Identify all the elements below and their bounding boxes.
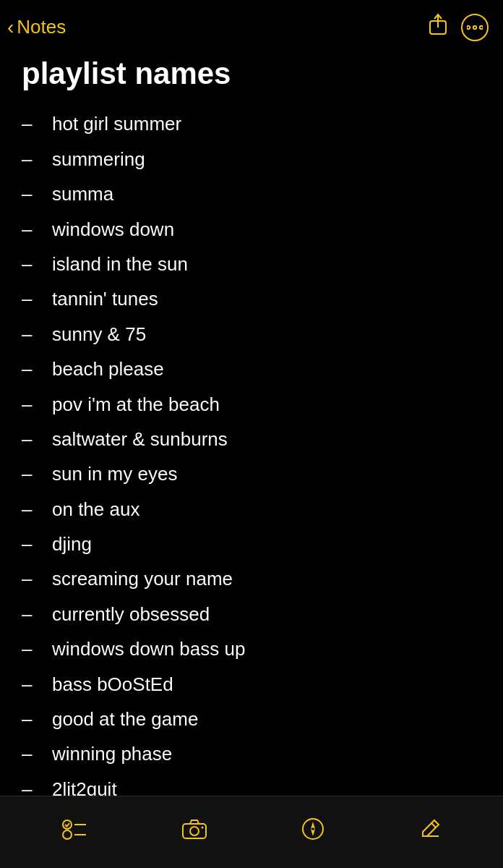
list-item-text: good at the game — [52, 706, 481, 732]
list-item-text: windows down bass up — [52, 636, 481, 662]
list-item-text: summering — [52, 146, 481, 172]
list-item-dash: – — [22, 426, 39, 452]
list-item-dash: – — [22, 216, 39, 242]
list-item-text: summa — [52, 181, 481, 207]
svg-marker-13 — [311, 822, 315, 829]
checklist-icon[interactable] — [61, 817, 87, 841]
list-item-text: on the aux — [52, 496, 481, 522]
list-item-dash: – — [22, 251, 39, 277]
list-item-dash: – — [22, 391, 39, 417]
list-item-text: beach please — [52, 356, 481, 382]
more-options-icon[interactable] — [461, 14, 489, 41]
svg-line-15 — [431, 823, 436, 827]
list-item: –hot girl summer — [22, 106, 481, 141]
list-item: –good at the game — [22, 702, 481, 736]
list-item-dash: – — [22, 671, 39, 697]
list-item-text: winning phase — [52, 741, 481, 767]
list-item-text: windows down — [52, 216, 481, 242]
list-item-text: bass bOoStEd — [52, 671, 481, 697]
list-item-dash: – — [22, 531, 39, 557]
list-item: –sun in my eyes — [22, 456, 481, 491]
list-item-text: screaming your name — [52, 566, 481, 592]
bottom-toolbar — [0, 796, 503, 868]
list-item-dash: – — [22, 356, 39, 382]
svg-point-10 — [190, 827, 199, 835]
list-item-dash: – — [22, 286, 39, 312]
list-item: –summering — [22, 142, 481, 176]
svg-point-4 — [480, 25, 483, 28]
list-item-text: hot girl summer — [52, 111, 481, 137]
compass-icon[interactable] — [301, 817, 324, 841]
list-item: –summa — [22, 176, 481, 211]
list-item: –on the aux — [22, 492, 481, 527]
playlist-list: –hot girl summer–summering–summa–windows… — [22, 106, 481, 841]
list-item-text: tannin' tunes — [52, 286, 481, 312]
list-item: –windows down — [22, 212, 481, 247]
list-item-dash: – — [22, 566, 39, 592]
list-item-text: currently obsessed — [52, 601, 481, 627]
list-item: –windows down bass up — [22, 631, 481, 666]
svg-point-7 — [63, 830, 72, 839]
list-item-dash: – — [22, 636, 39, 662]
header-left: ‹ Notes — [7, 16, 66, 38]
list-item: –bass bOoStEd — [22, 667, 481, 702]
page-title: playlist names — [22, 56, 481, 92]
list-item: –djing — [22, 527, 481, 561]
header: ‹ Notes — [0, 0, 503, 48]
list-item: –saltwater & sunburns — [22, 422, 481, 456]
back-chevron-icon[interactable]: ‹ — [7, 17, 14, 38]
list-item-dash: – — [22, 741, 39, 767]
list-item: –pov i'm at the beach — [22, 387, 481, 422]
note-content: playlist names –hot girl summer–summerin… — [0, 48, 503, 868]
list-item: –winning phase — [22, 736, 481, 771]
list-item-dash: – — [22, 496, 39, 522]
list-item-dash: – — [22, 111, 39, 137]
list-item-text: sun in my eyes — [52, 461, 481, 487]
list-item-text: saltwater & sunburns — [52, 426, 481, 452]
list-item: –beach please — [22, 352, 481, 386]
list-item-text: pov i'm at the beach — [52, 391, 481, 417]
list-item: –screaming your name — [22, 561, 481, 596]
list-item-dash: – — [22, 461, 39, 487]
list-item-dash: – — [22, 181, 39, 207]
header-right — [428, 13, 489, 41]
list-item: –sunny & 75 — [22, 317, 481, 352]
list-item: –tannin' tunes — [22, 281, 481, 316]
share-icon[interactable] — [428, 13, 448, 41]
svg-marker-14 — [311, 829, 315, 836]
svg-point-2 — [467, 25, 470, 28]
camera-icon[interactable] — [181, 818, 207, 840]
list-item-text: sunny & 75 — [52, 321, 481, 347]
svg-point-3 — [473, 25, 476, 28]
svg-point-11 — [202, 826, 204, 828]
list-item-dash: – — [22, 706, 39, 732]
list-item-dash: – — [22, 321, 39, 347]
list-item-text: island in the sun — [52, 251, 481, 277]
list-item: –island in the sun — [22, 247, 481, 281]
list-item-text: djing — [52, 531, 481, 557]
compose-icon[interactable] — [418, 817, 442, 841]
list-item: –currently obsessed — [22, 597, 481, 631]
svg-point-5 — [63, 820, 72, 829]
back-label[interactable]: Notes — [17, 16, 66, 38]
list-item-dash: – — [22, 601, 39, 627]
list-item-dash: – — [22, 146, 39, 172]
